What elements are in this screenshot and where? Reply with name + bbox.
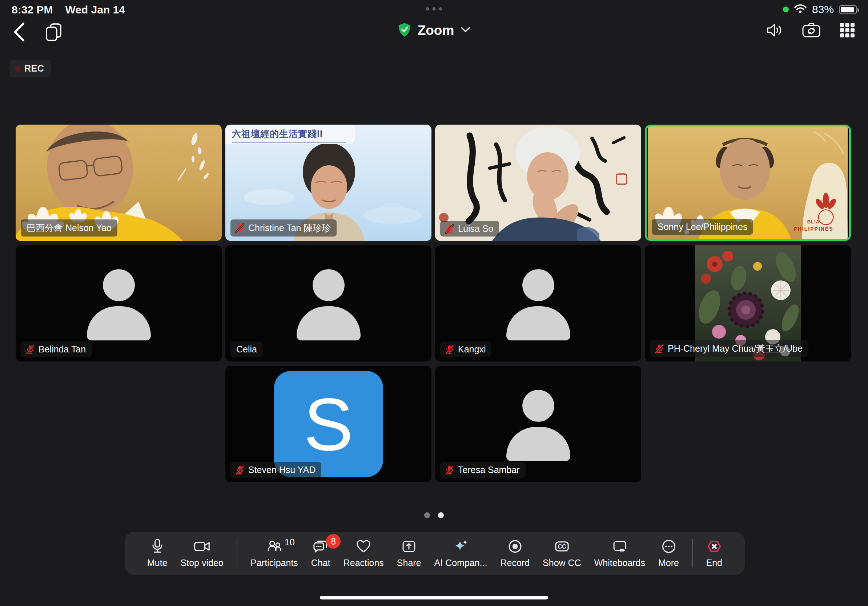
- nav-bar: Zoom: [0, 19, 868, 48]
- toolbar-label: More: [658, 558, 679, 568]
- grid-icon: [839, 22, 856, 40]
- video-tile-steven-hsu[interactable]: S Steven Hsu YAD: [225, 366, 431, 482]
- muted-mic-icon: [445, 224, 455, 234]
- video-tile-teresa-sambar[interactable]: Teresa Sambar: [435, 366, 641, 482]
- participant-name: Sonny Lee/Philippines: [657, 222, 747, 232]
- security-shield-icon: [398, 23, 411, 39]
- chevron-down-icon: [460, 27, 470, 34]
- blia-logo-text: BLIA: [792, 219, 835, 224]
- toolbar-label: Record: [500, 558, 530, 568]
- clock-date: Wed Jan 14: [65, 4, 125, 16]
- initial-avatar: S: [274, 371, 383, 477]
- toolbar-label: Reactions: [344, 558, 384, 568]
- end-hexagon-icon: [706, 538, 722, 554]
- toolbar-label: Chat: [311, 558, 330, 568]
- muted-mic-icon: [445, 465, 455, 475]
- shared-content-banner: 六祖壇經的生活實踐II: [225, 125, 355, 144]
- record-button[interactable]: Record: [500, 538, 530, 568]
- meeting-title-dropdown[interactable]: Zoom: [398, 23, 470, 39]
- back-button[interactable]: [12, 22, 25, 43]
- end-meeting-button[interactable]: End: [706, 538, 722, 568]
- stop-video-button[interactable]: Stop video: [181, 538, 223, 568]
- reactions-button[interactable]: Reactions: [344, 538, 384, 568]
- status-bar: 8:32 PM Wed Jan 14 83%: [0, 0, 868, 19]
- whiteboards-button[interactable]: Whiteboards: [594, 538, 645, 568]
- participant-name: Steven Hsu YAD: [248, 465, 316, 475]
- participant-name-tag: PH-Cheryl May Chua/黃玉立/Ube: [650, 340, 808, 357]
- share-up-arrow-icon: [401, 538, 417, 554]
- blia-philippines-logo: BLIA PHILIPPINES: [792, 219, 835, 232]
- avatar-initial: S: [304, 387, 353, 461]
- more-button[interactable]: More: [658, 538, 679, 568]
- record-icon: [507, 538, 523, 554]
- toolbar-divider: [692, 539, 693, 567]
- toolbar-label: AI Compan...: [434, 558, 487, 568]
- clock-time: 8:32 PM: [12, 4, 53, 16]
- meeting-toolbar: Mute Stop video 10 Par: [125, 532, 745, 575]
- speaker-button[interactable]: [766, 23, 784, 39]
- toolbar-label: Stop video: [181, 558, 223, 568]
- grid-view-button[interactable]: [839, 22, 856, 40]
- camera-flip-icon: [802, 22, 821, 39]
- participant-name: Teresa Sambar: [458, 465, 520, 475]
- video-tile-cheryl-chua[interactable]: PH-Cheryl May Chua/黃玉立/Ube: [645, 245, 851, 362]
- page-indicator: [424, 512, 444, 518]
- switch-camera-button[interactable]: [802, 22, 821, 39]
- video-tile-celia[interactable]: Celia: [225, 245, 431, 362]
- battery-percent: 83%: [812, 3, 834, 15]
- participants-icon: 10: [267, 538, 282, 554]
- participants-count: 10: [285, 537, 295, 547]
- participant-name: Luisa So: [458, 223, 493, 234]
- more-ellipsis-icon: [661, 538, 677, 554]
- heart-icon: [355, 538, 372, 554]
- back-chevron-icon: [12, 22, 25, 43]
- chat-unread-badge: 8: [326, 534, 341, 549]
- toolbar-label: Whiteboards: [594, 558, 645, 568]
- philippines-logo-text: PHILIPPINES: [792, 226, 835, 232]
- toolbar-label: Share: [397, 558, 421, 568]
- muted-mic-icon: [445, 345, 455, 355]
- video-tile-kangxi[interactable]: Kangxi: [435, 245, 641, 362]
- participant-name: Christine Tan 陳珍珍: [248, 222, 331, 234]
- participant-name-tag: Steven Hsu YAD: [231, 462, 321, 478]
- participant-name-tag: 巴西分會 Nelson Yao: [21, 220, 118, 237]
- zoom-meeting-screen: 8:32 PM Wed Jan 14 83%: [0, 0, 868, 606]
- video-tile-belinda-tan[interactable]: Belinda Tan: [16, 245, 222, 362]
- participant-name: PH-Cheryl May Chua/黃玉立/Ube: [668, 343, 803, 355]
- muted-mic-icon: [25, 345, 35, 355]
- video-tile-nelson-yao[interactable]: 巴西分會 Nelson Yao: [16, 125, 222, 241]
- participant-name-tag: Sonny Lee/Philippines: [652, 219, 753, 235]
- microphone-icon: [150, 538, 165, 554]
- participant-name-tag: Christine Tan 陳珍珍: [231, 220, 336, 237]
- participant-name-tag: Teresa Sambar: [440, 462, 525, 478]
- participant-name: Belinda Tan: [39, 344, 86, 355]
- video-tile-luisa-so[interactable]: Luisa So: [435, 125, 641, 241]
- participants-button[interactable]: 10 Participants: [250, 538, 298, 568]
- participant-name: 巴西分會 Nelson Yao: [26, 222, 112, 234]
- video-tile-christine-tan[interactable]: 六祖壇經的生活實踐II Christine Tan 陳珍珍: [225, 125, 431, 241]
- app-title: Zoom: [418, 23, 454, 38]
- participant-name-tag: Kangxi: [440, 342, 491, 357]
- page-dot-2: [438, 512, 444, 518]
- chat-icon: 8: [312, 538, 329, 554]
- participant-name: Kangxi: [458, 344, 486, 355]
- video-tile-sonny-lee[interactable]: BLIA PHILIPPINES Sonny Lee/Philippines: [645, 125, 851, 241]
- recording-dot-icon: [15, 66, 21, 71]
- share-button[interactable]: Share: [397, 538, 421, 568]
- muted-mic-icon: [654, 344, 665, 354]
- muted-mic-icon: [235, 465, 245, 475]
- status-green-dot-icon: [783, 6, 789, 12]
- home-indicator[interactable]: [320, 596, 548, 600]
- battery-icon: [839, 5, 857, 14]
- video-camera-icon: [194, 538, 211, 554]
- chat-button[interactable]: 8 Chat: [311, 538, 330, 568]
- show-cc-button[interactable]: CC Show CC: [542, 538, 581, 568]
- toolbar-label: Participants: [250, 558, 298, 568]
- mute-button[interactable]: Mute: [147, 538, 167, 568]
- whiteboard-icon: [612, 538, 628, 554]
- banner-underline: [232, 142, 346, 143]
- muted-mic-icon: [235, 223, 245, 233]
- ai-companion-button[interactable]: AI Compan...: [434, 538, 487, 568]
- app-windows-button[interactable]: [44, 23, 62, 43]
- toolbar-label: Show CC: [542, 558, 581, 568]
